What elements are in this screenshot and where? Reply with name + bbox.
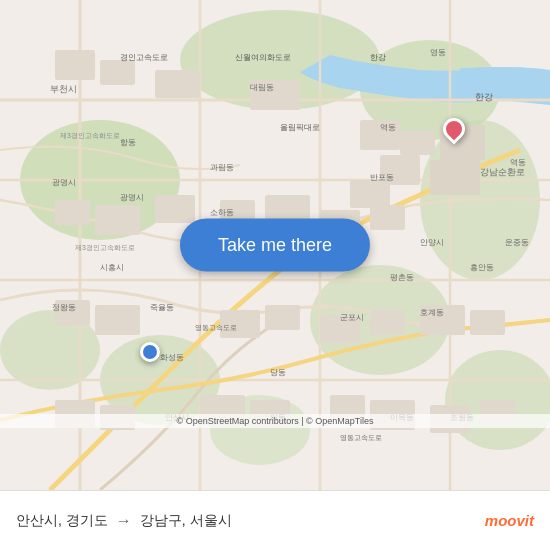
svg-rect-29	[95, 205, 140, 235]
svg-rect-26	[430, 160, 480, 195]
svg-text:영동고속도로: 영동고속도로	[195, 324, 237, 332]
svg-text:제3경인고속화도로: 제3경인고속화도로	[60, 132, 120, 140]
svg-text:역동: 역동	[510, 158, 526, 167]
svg-text:경인고속도로: 경인고속도로	[120, 53, 168, 62]
svg-text:반포동: 반포동	[370, 173, 394, 182]
svg-text:호계동: 호계동	[420, 308, 444, 317]
svg-rect-23	[400, 130, 435, 155]
svg-text:부천시: 부천시	[50, 84, 77, 94]
svg-text:항동: 항동	[120, 138, 136, 147]
svg-text:신월여의화도로: 신월여의화도로	[235, 53, 291, 62]
svg-text:안양시: 안양시	[420, 238, 444, 247]
origin-pin	[140, 342, 160, 362]
map-attribution: © OpenStreetMap contributors | © OpenMap…	[0, 414, 550, 428]
svg-text:정왕동: 정왕동	[52, 303, 76, 312]
map-container: 부천시 광명시 정왕동 항동 광명시 시흥시 죽율동 화성동 안산시 과림동 소…	[0, 0, 550, 490]
svg-rect-34	[370, 205, 405, 230]
arrow-icon: →	[116, 512, 132, 530]
destination-label: 강남구, 서울시	[140, 512, 232, 530]
route-info: 안산시, 경기도 → 강남구, 서울시	[16, 512, 232, 530]
svg-text:영동: 영동	[430, 48, 446, 57]
take-me-there-button[interactable]: Take me there	[180, 219, 370, 272]
svg-text:흥안동: 흥안동	[470, 263, 494, 272]
svg-text:영동고속도로: 영동고속도로	[340, 434, 382, 442]
svg-rect-40	[370, 310, 405, 335]
svg-rect-27	[350, 180, 390, 208]
svg-text:강남순환로: 강남순환로	[480, 167, 525, 177]
svg-rect-18	[55, 50, 95, 80]
svg-text:운중동: 운중동	[505, 238, 529, 247]
svg-rect-38	[265, 305, 300, 330]
svg-text:과림동: 과림동	[210, 163, 234, 172]
svg-text:올림픽대로: 올림픽대로	[280, 123, 320, 132]
svg-text:한강: 한강	[475, 92, 493, 102]
svg-text:죽율동: 죽율동	[150, 303, 174, 312]
svg-text:광명시: 광명시	[52, 178, 76, 187]
svg-rect-19	[100, 60, 135, 85]
bottom-bar: 안산시, 경기도 → 강남구, 서울시 moovit	[0, 490, 550, 550]
svg-text:시흥시: 시흥시	[100, 263, 124, 272]
svg-text:평촌동: 평촌동	[390, 273, 414, 282]
svg-rect-30	[155, 195, 195, 223]
svg-text:소하동: 소하동	[210, 208, 234, 217]
svg-text:대림동: 대림동	[250, 83, 274, 92]
svg-text:한강: 한강	[370, 53, 386, 62]
origin-label: 안산시, 경기도	[16, 512, 108, 530]
svg-text:화성동: 화성동	[160, 353, 184, 362]
svg-text:당동: 당동	[270, 368, 286, 377]
svg-rect-20	[155, 70, 200, 98]
svg-text:군포시: 군포시	[340, 313, 364, 322]
svg-rect-42	[470, 310, 505, 335]
svg-text:광명시: 광명시	[120, 193, 144, 202]
svg-rect-36	[95, 305, 140, 335]
svg-text:제3경인고속화도로: 제3경인고속화도로	[75, 244, 135, 252]
moovit-logo: moovit	[485, 512, 534, 529]
svg-rect-28	[55, 200, 90, 225]
svg-text:역동: 역동	[380, 123, 396, 132]
